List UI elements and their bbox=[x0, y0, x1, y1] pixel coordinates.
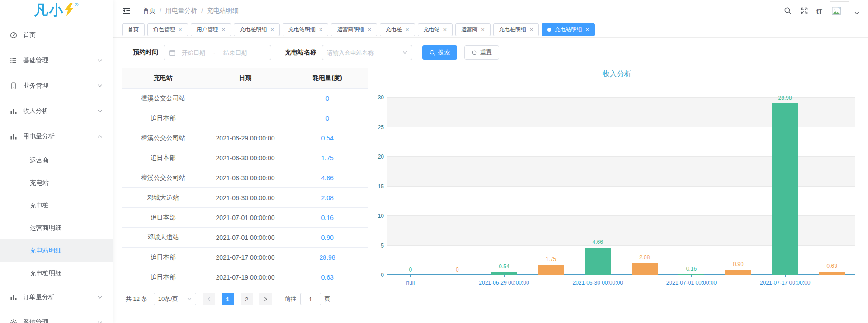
sidebar-subitem-power-analysis-1[interactable]: 充电站 bbox=[0, 172, 113, 194]
tab-5[interactable]: 运营商明细× bbox=[331, 23, 377, 36]
consumption-value-link[interactable]: 28.98 bbox=[320, 254, 335, 261]
tab-close-icon[interactable]: × bbox=[270, 27, 274, 33]
sidebar-item-home[interactable]: 首页 bbox=[0, 23, 113, 48]
tab-close-icon[interactable]: × bbox=[368, 27, 371, 33]
sidebar-subitem-power-analysis-2[interactable]: 充电桩 bbox=[0, 194, 113, 217]
table-row: 檀溪公交公司站2021-06-30 00:00:004.66 bbox=[122, 168, 368, 188]
chart-x-label: null bbox=[406, 280, 415, 286]
tab-close-icon[interactable]: × bbox=[406, 27, 409, 33]
chart-bar[interactable] bbox=[819, 272, 845, 275]
reset-button[interactable]: 重置 bbox=[464, 45, 499, 60]
sidebar-fold-icon[interactable] bbox=[122, 6, 131, 15]
tab-1[interactable]: 角色管理× bbox=[147, 23, 188, 36]
start-date-input[interactable] bbox=[177, 49, 210, 56]
tab-close-icon[interactable]: × bbox=[530, 27, 533, 33]
consumption-value-link[interactable]: 2.08 bbox=[321, 194, 333, 201]
date-range-picker[interactable]: - bbox=[164, 45, 271, 60]
sidebar-item-biz-mgmt[interactable]: 业务管理 bbox=[0, 73, 113, 98]
avatar-caret-icon[interactable] bbox=[854, 11, 859, 15]
x-axis-tick bbox=[785, 275, 786, 277]
tab-close-icon[interactable]: × bbox=[585, 27, 589, 33]
tab-6[interactable]: 充电桩× bbox=[380, 23, 415, 36]
station-cell: 檀溪公交公司站 bbox=[122, 134, 204, 142]
chart-bar[interactable] bbox=[772, 103, 798, 275]
tab-7[interactable]: 充电站× bbox=[418, 23, 453, 36]
chart-bar[interactable] bbox=[538, 265, 564, 275]
search-button[interactable]: 搜索 bbox=[422, 45, 457, 60]
chart-plot: 051015202530000.541.754.662.080.160.9028… bbox=[387, 98, 855, 275]
tab-label: 充电站明细 bbox=[288, 26, 316, 33]
sidebar-item-base-mgmt[interactable]: 基础管理 bbox=[0, 48, 113, 73]
tab-10[interactable]: 充电站明细× bbox=[542, 23, 595, 36]
station-name-input[interactable] bbox=[327, 49, 395, 56]
end-date-input[interactable] bbox=[219, 49, 251, 56]
chart-bar-label: 0.16 bbox=[671, 266, 712, 272]
search-icon[interactable] bbox=[784, 7, 792, 15]
consumption-value-link[interactable]: 0 bbox=[326, 115, 329, 122]
station-name-select[interactable] bbox=[322, 45, 412, 60]
sidebar-item-power-analysis[interactable]: 用电量分析 bbox=[0, 124, 113, 149]
chart-bar[interactable] bbox=[491, 272, 517, 275]
chart-bar[interactable] bbox=[585, 248, 611, 275]
tab-close-icon[interactable]: × bbox=[179, 27, 182, 33]
consumption-cell: 0.54 bbox=[286, 135, 368, 142]
table-row: 追日本部2021-07-01 00:00:000.16 bbox=[122, 208, 368, 228]
sidebar-item-order-analysis[interactable]: 订单量分析 bbox=[0, 285, 113, 310]
consumption-value-link[interactable]: 0 bbox=[326, 95, 329, 102]
tab-0[interactable]: 首页 bbox=[122, 23, 145, 36]
tab-9[interactable]: 充电桩明细× bbox=[493, 23, 539, 36]
sidebar-item-label: 收入分析 bbox=[23, 107, 48, 115]
chevron-down-icon bbox=[97, 58, 103, 63]
font-size-icon[interactable]: tT bbox=[816, 7, 822, 15]
date-cell: 2021-06-30 00:00:00 bbox=[204, 174, 287, 182]
sidebar-subitem-power-analysis-3[interactable]: 运营商明细 bbox=[0, 217, 113, 239]
page-size-select[interactable]: 10条/页 bbox=[154, 293, 196, 305]
goto-page: 前往 页 bbox=[285, 293, 330, 305]
tab-3[interactable]: 充电桩明细× bbox=[234, 23, 280, 36]
chevron-down-icon bbox=[97, 108, 103, 114]
consumption-value-link[interactable]: 0.63 bbox=[321, 274, 333, 281]
fullscreen-icon[interactable] bbox=[800, 7, 808, 15]
tab-8[interactable]: 运营商× bbox=[455, 23, 491, 36]
station-cell: 追日本部 bbox=[122, 273, 204, 281]
chart-y-label: 5 bbox=[381, 243, 384, 249]
tab-label: 运营商 bbox=[461, 26, 477, 33]
sidebar-item-label: 系统管理 bbox=[23, 318, 48, 323]
tab-close-icon[interactable]: × bbox=[443, 27, 447, 33]
x-axis-tick bbox=[598, 275, 598, 277]
chart-bar[interactable] bbox=[725, 270, 751, 275]
consumption-value-link[interactable]: 0.54 bbox=[321, 135, 333, 142]
prev-page-button[interactable] bbox=[203, 293, 215, 305]
tab-2[interactable]: 用户管理× bbox=[191, 23, 231, 36]
sidebar-subitem-power-analysis-5[interactable]: 充电桩明细 bbox=[0, 262, 113, 285]
tab-close-icon[interactable]: × bbox=[319, 27, 323, 33]
sidebar-item-system-mgmt[interactable]: 系统管理 bbox=[0, 310, 113, 323]
consumption-value-link[interactable]: 1.75 bbox=[321, 154, 333, 162]
consumption-value-link[interactable]: 0.90 bbox=[321, 234, 333, 241]
page-button-1[interactable]: 1 bbox=[222, 293, 234, 305]
sidebar-item-income-analysis[interactable]: 收入分析 bbox=[0, 98, 113, 124]
tab-close-icon[interactable]: × bbox=[222, 27, 226, 33]
consumption-cell: 28.98 bbox=[286, 254, 368, 261]
chart-bar[interactable] bbox=[632, 263, 658, 275]
sidebar-subitem-power-analysis-4[interactable]: 充电站明细 bbox=[0, 239, 113, 262]
chart-x-label: 2021-07-17 00:00:00 bbox=[760, 280, 810, 286]
sidebar-subitem-power-analysis-0[interactable]: 运营商 bbox=[0, 149, 113, 172]
chart-bar-label: 0.90 bbox=[718, 261, 759, 267]
y-axis-line bbox=[387, 98, 387, 275]
goto-label: 前往 bbox=[285, 295, 297, 303]
pagination: 共 12 条 10条/页 12 前往 bbox=[122, 287, 368, 311]
tab-close-icon[interactable]: × bbox=[481, 27, 485, 33]
consumption-value-link[interactable]: 4.66 bbox=[321, 174, 333, 182]
goto-page-input[interactable] bbox=[300, 293, 321, 305]
consumption-value-link[interactable]: 0.16 bbox=[321, 214, 333, 221]
lightning-bolt-icon bbox=[64, 3, 75, 16]
breadcrumb-home[interactable]: 首页 bbox=[143, 7, 156, 15]
tab-4[interactable]: 充电站明细× bbox=[283, 23, 329, 36]
filter-bar: 预约时间 - 充电站名称 搜索 bbox=[122, 44, 859, 61]
avatar[interactable] bbox=[830, 1, 849, 20]
table-header-cell: 日期 bbox=[204, 74, 287, 82]
chart-y-label: 0 bbox=[381, 272, 384, 278]
next-page-button[interactable] bbox=[259, 293, 272, 305]
page-button-2[interactable]: 2 bbox=[241, 293, 253, 305]
